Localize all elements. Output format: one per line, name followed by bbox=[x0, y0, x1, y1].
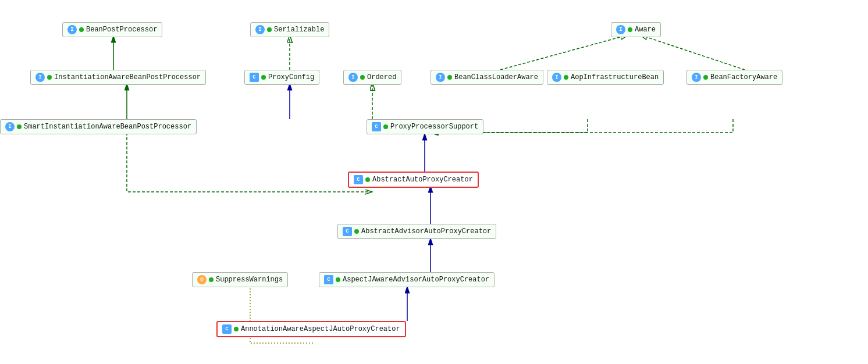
green-dot-Serializable bbox=[267, 27, 272, 32]
svg-line-2 bbox=[500, 35, 628, 70]
label-AbstractAdvisorAutoProxyCreator: AbstractAdvisorAutoProxyCreator bbox=[361, 227, 491, 235]
node-AbstractAdvisorAutoProxyCreator: C AbstractAdvisorAutoProxyCreator bbox=[337, 224, 496, 239]
node-SmartInstantiationAwareBeanPostProcessor: I SmartInstantiationAwareBeanPostProcess… bbox=[0, 119, 197, 134]
icon-BeanFactoryAware: I bbox=[692, 73, 701, 82]
green-dot-BeanPostProcessor bbox=[79, 27, 84, 32]
node-AnnotationAwareAspectJAutoProxyCreator: C AnnotationAwareAspectJAutoProxyCreator bbox=[216, 321, 406, 337]
green-dot-ProxyProcessorSupport bbox=[383, 124, 388, 129]
node-BeanClassLoaderAware: I BeanClassLoaderAware bbox=[431, 70, 543, 85]
node-AopInfrastructureBean: I AopInfrastructureBean bbox=[547, 70, 664, 85]
green-dot-BeanFactoryAware bbox=[703, 75, 708, 80]
icon-ProxyProcessorSupport: C bbox=[372, 122, 381, 131]
green-dot-AopInfrastructureBean bbox=[564, 75, 568, 80]
green-dot-Ordered bbox=[360, 75, 365, 80]
icon-Serializable: I bbox=[255, 25, 265, 34]
label-Aware: Aware bbox=[635, 26, 656, 34]
green-dot-Aware bbox=[628, 27, 632, 32]
green-dot-ProxyConfig bbox=[261, 75, 266, 80]
label-ProxyProcessorSupport: ProxyProcessorSupport bbox=[390, 123, 478, 131]
label-ProxyConfig: ProxyConfig bbox=[268, 73, 314, 81]
node-ProxyProcessorSupport: C ProxyProcessorSupport bbox=[367, 119, 483, 134]
label-SuppressWarnings: SuppressWarnings bbox=[216, 276, 283, 284]
node-BeanPostProcessor: I BeanPostProcessor bbox=[62, 22, 162, 37]
green-dot-AbstractAdvisorAutoProxyCreator bbox=[354, 229, 359, 234]
icon-Aware: I bbox=[616, 25, 625, 34]
label-AopInfrastructureBean: AopInfrastructureBean bbox=[571, 73, 659, 81]
green-dot-AspectJAwareAdvisorAutoProxyCreator bbox=[336, 277, 340, 282]
green-dot-BeanClassLoaderAware bbox=[447, 75, 452, 80]
label-BeanPostProcessor: BeanPostProcessor bbox=[86, 26, 157, 34]
green-dot-IABPP bbox=[47, 75, 52, 80]
class-diagram: I BeanPostProcessor I Serializable I Awa… bbox=[0, 0, 868, 364]
icon-AopInfrastructureBean: I bbox=[552, 73, 561, 82]
svg-line-3 bbox=[640, 35, 745, 70]
node-AbstractAutoProxyCreator: C AbstractAutoProxyCreator bbox=[348, 172, 479, 188]
node-InstantiationAwareBeanPostProcessor: I InstantiationAwareBeanPostProcessor bbox=[30, 70, 206, 85]
icon-BeanClassLoaderAware: I bbox=[436, 73, 445, 82]
icon-SmartInstantiationAwareBeanPostProcessor: I bbox=[5, 122, 15, 131]
label-Ordered: Ordered bbox=[367, 73, 396, 81]
icon-Ordered: I bbox=[348, 73, 358, 82]
icon-InstantiationAwareBeanPostProcessor: I bbox=[35, 73, 45, 82]
green-dot-SIABPP bbox=[17, 124, 22, 129]
node-SuppressWarnings: @ SuppressWarnings bbox=[192, 272, 288, 287]
label-Serializable: Serializable bbox=[274, 26, 324, 34]
label-BeanFactoryAware: BeanFactoryAware bbox=[710, 73, 777, 81]
green-dot-AbstractAutoProxyCreator bbox=[365, 177, 370, 182]
green-dot-SuppressWarnings bbox=[209, 277, 214, 282]
node-BeanFactoryAware: I BeanFactoryAware bbox=[686, 70, 782, 85]
node-AspectJAwareAdvisorAutoProxyCreator: C AspectJAwareAdvisorAutoProxyCreator bbox=[319, 272, 495, 287]
icon-AspectJAwareAdvisorAutoProxyCreator: C bbox=[324, 275, 333, 284]
label-AnnotationAwareAspectJAutoProxyCreator: AnnotationAwareAspectJAutoProxyCreator bbox=[241, 325, 400, 333]
icon-AbstractAdvisorAutoProxyCreator: C bbox=[343, 227, 352, 236]
icon-AnnotationAwareAspectJAutoProxyCreator: C bbox=[222, 324, 232, 334]
icon-BeanPostProcessor: I bbox=[67, 25, 77, 34]
icon-SuppressWarnings: @ bbox=[197, 275, 207, 284]
label-BeanClassLoaderAware: BeanClassLoaderAware bbox=[454, 73, 538, 81]
icon-AbstractAutoProxyCreator: C bbox=[354, 175, 363, 184]
green-dot-AnnotationAwareAspectJAutoProxyCreator bbox=[234, 327, 239, 331]
node-Aware: I Aware bbox=[611, 22, 661, 37]
icon-ProxyConfig: C bbox=[250, 73, 259, 82]
node-Serializable: I Serializable bbox=[250, 22, 329, 37]
label-AspectJAwareAdvisorAutoProxyCreator: AspectJAwareAdvisorAutoProxyCreator bbox=[343, 276, 489, 284]
node-ProxyConfig: C ProxyConfig bbox=[244, 70, 319, 85]
label-SmartInstantiationAwareBeanPostProcessor: SmartInstantiationAwareBeanPostProcessor bbox=[24, 123, 191, 131]
node-Ordered: I Ordered bbox=[343, 70, 401, 85]
label-InstantiationAwareBeanPostProcessor: InstantiationAwareBeanPostProcessor bbox=[54, 73, 201, 81]
label-AbstractAutoProxyCreator: AbstractAutoProxyCreator bbox=[372, 176, 473, 184]
